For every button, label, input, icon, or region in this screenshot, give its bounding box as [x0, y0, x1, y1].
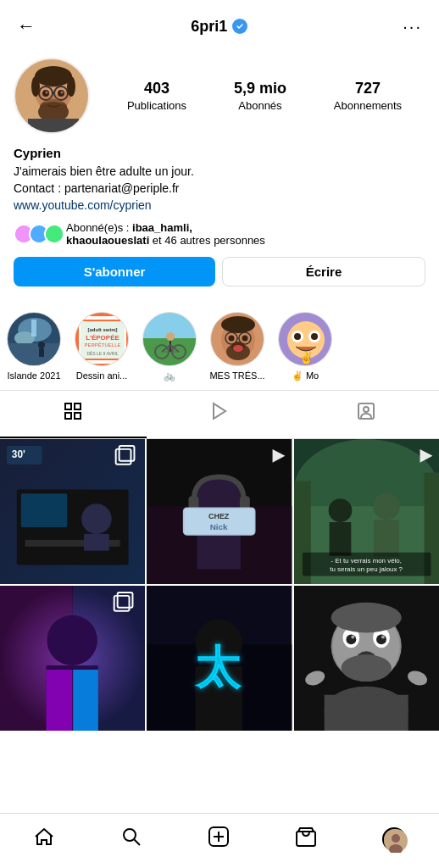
subscribe-button[interactable]: S'abonner: [14, 257, 215, 287]
stat-following[interactable]: 727 Abonnements: [334, 80, 402, 112]
shop-icon: [295, 826, 317, 853]
following-count: 727: [355, 80, 381, 97]
svg-point-67: [311, 333, 318, 340]
svg-point-81: [81, 504, 112, 534]
svg-text:Nick: Nick: [210, 522, 228, 531]
following-label: Abonnements: [334, 99, 402, 112]
post-cell-2[interactable]: CHEZ Nick: [147, 439, 292, 584]
nav-shop[interactable]: [288, 822, 324, 856]
post-cell-4[interactable]: [0, 586, 145, 731]
highlight-circle-4: [210, 312, 264, 366]
profile-username: 6pri1: [191, 18, 227, 36]
nav-profile[interactable]: [375, 824, 413, 854]
nav-search[interactable]: [114, 822, 149, 856]
follower-avatars: [14, 224, 59, 244]
svg-text:DÈS LE 9 AVRIL: DÈS LE 9 AVRIL: [86, 351, 118, 356]
follower-text[interactable]: Abonné(e)s : ibaa_hamli,khaoulaoueslati …: [66, 221, 265, 247]
svg-point-60: [233, 345, 243, 352]
nav-add[interactable]: [201, 822, 236, 856]
home-icon: [33, 826, 55, 853]
svg-point-44: [166, 332, 175, 341]
bio-link[interactable]: www.youtube.com/cyprien: [14, 198, 152, 212]
svg-rect-148: [297, 832, 315, 846]
svg-rect-31: [31, 320, 36, 337]
svg-text:tu serais un peu jaloux ?: tu serais un peu jaloux ?: [330, 565, 403, 573]
svg-point-21: [67, 76, 75, 97]
svg-text:L'ÉPOPÉE: L'ÉPOPÉE: [86, 334, 119, 342]
verified-badge: [232, 19, 247, 34]
avatar[interactable]: Bonne Journée: [14, 58, 90, 134]
search-icon: [120, 826, 142, 853]
highlight-label-5: ✌ Mo: [292, 370, 319, 381]
add-icon: [208, 826, 230, 853]
highlight-item-4[interactable]: MES TRÉS...: [203, 312, 271, 381]
post-cell-6[interactable]: [294, 586, 439, 731]
highlight-item-5[interactable]: ✌ ✌ Mo: [271, 312, 339, 381]
follower-avatar-3: [44, 224, 64, 244]
svg-rect-72: [75, 413, 81, 419]
back-button[interactable]: ←: [14, 12, 39, 41]
followers-label: Abonnés: [238, 99, 281, 112]
tab-reels[interactable]: [147, 391, 293, 438]
grid-icon: [63, 401, 83, 426]
svg-text:✌: ✌: [299, 351, 314, 365]
followers-preview: Abonné(e)s : ibaa_hamli,khaoulaoueslati …: [14, 221, 425, 247]
profile-section: Bonne Journée: [0, 49, 439, 307]
post-cell-3[interactable]: - Et tu verrais mon vélo, tu serais un p…: [294, 439, 439, 584]
svg-rect-80: [21, 493, 67, 527]
svg-point-75: [364, 407, 369, 412]
stat-publications[interactable]: 403 Publications: [127, 80, 186, 112]
tab-grid[interactable]: [0, 391, 147, 438]
profile-top: Bonne Journée: [14, 58, 425, 134]
post-image-2: CHEZ Nick: [147, 439, 292, 584]
svg-rect-105: [374, 520, 399, 557]
write-button[interactable]: Écrire: [222, 257, 425, 287]
highlight-item-3[interactable]: 🚲: [136, 312, 203, 381]
svg-text:30': 30': [12, 448, 25, 459]
svg-text:PERPÉTUELLE: PERPÉTUELLE: [84, 342, 120, 348]
svg-rect-103: [329, 522, 351, 556]
svg-point-61: [221, 316, 255, 333]
highlight-item-2[interactable]: [adult swim] L'ÉPOPÉE PERPÉTUELLE DÈS LE…: [68, 312, 136, 381]
svg-point-20: [31, 76, 40, 97]
tab-tagged[interactable]: [292, 391, 439, 438]
svg-point-133: [376, 634, 386, 644]
svg-point-13: [46, 92, 48, 94]
highlights-row: Islande 2021 [adult swim] L'ÉPOPÉE PERPÉ…: [0, 307, 439, 390]
highlight-item-1[interactable]: Islande 2021: [0, 312, 68, 381]
svg-rect-140: [324, 695, 408, 732]
svg-point-138: [331, 603, 401, 633]
svg-rect-117: [73, 670, 98, 731]
action-buttons: S'abonner Écrire: [14, 257, 425, 287]
highlight-label-3: 🚲: [164, 370, 175, 381]
svg-point-57: [242, 335, 248, 341]
svg-rect-82: [84, 534, 109, 551]
svg-point-137: [341, 654, 391, 682]
bio-section: Cyprien J'aimerais bien être adulte un j…: [14, 146, 425, 213]
post-image-3: - Et tu verrais mon vélo, tu serais un p…: [294, 439, 439, 584]
highlight-label-2: Dessin ani...: [76, 370, 128, 381]
profile-avatar-nav: [382, 827, 406, 851]
highlight-circle-1: [7, 312, 61, 366]
person-tag-icon: [356, 401, 376, 426]
svg-rect-69: [65, 403, 71, 409]
svg-text:[adult swim]: [adult swim]: [87, 327, 117, 332]
more-options-button[interactable]: ···: [399, 14, 425, 40]
tabs-row: [0, 390, 439, 439]
post-cell-1[interactable]: 30': [0, 439, 145, 584]
avatar-image: Bonne Journée: [15, 59, 90, 134]
svg-point-114: [47, 615, 97, 665]
post-cell-5[interactable]: 太 太: [147, 586, 292, 731]
svg-point-32: [38, 342, 45, 348]
svg-point-102: [328, 498, 352, 522]
stat-followers[interactable]: 5,9 mio Abonnés: [234, 80, 286, 112]
profile-name: Cyprien: [14, 146, 425, 160]
bio-line1: J'aimerais bien être adulte un jour.: [14, 163, 425, 180]
svg-point-134: [351, 635, 354, 638]
publications-label: Publications: [127, 99, 186, 112]
svg-text:CHEZ: CHEZ: [208, 512, 230, 520]
svg-point-135: [381, 635, 385, 638]
header-center: 6pri1: [191, 18, 247, 36]
nav-home[interactable]: [26, 822, 62, 856]
play-icon: [209, 401, 230, 426]
